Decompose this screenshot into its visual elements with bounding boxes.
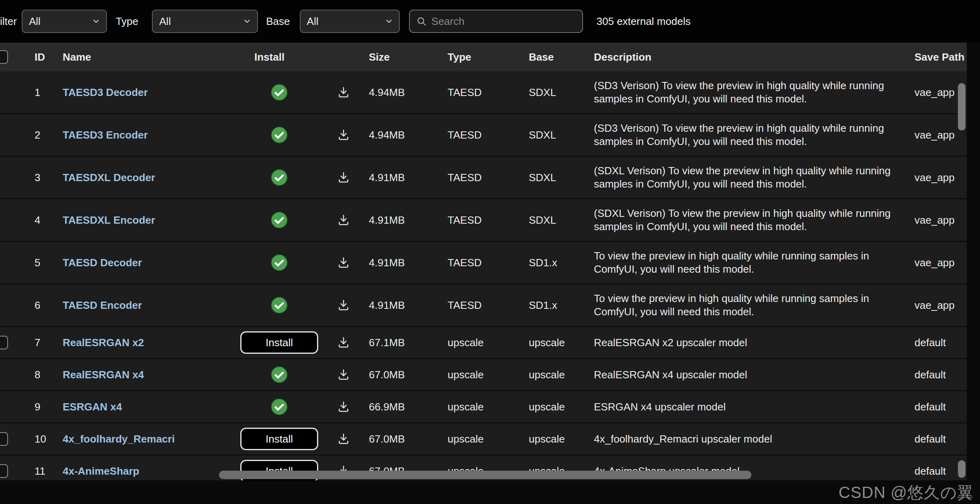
model-name-link[interactable]: TAESDXL Decoder xyxy=(63,171,155,184)
select-all-checkbox[interactable] xyxy=(0,50,8,64)
filter-bar: ilter All Type All Base All xyxy=(0,0,980,43)
row-id: 7 xyxy=(23,337,56,349)
model-save-path: default xyxy=(912,369,967,381)
model-name-link[interactable]: TAESDXL Encoder xyxy=(63,214,155,226)
model-description: (SD3 Verison) To view the preview in hig… xyxy=(587,114,912,156)
base-dropdown[interactable]: All xyxy=(300,10,400,33)
model-base: upscale xyxy=(522,401,587,413)
model-size: 4.94MB xyxy=(358,129,442,141)
search-box[interactable] xyxy=(409,10,583,33)
filter-dropdown-value: All xyxy=(29,15,41,28)
table-row: 1 TAESD3 Decoder 4.94MB TAESD SDXL (SD3 … xyxy=(0,71,967,114)
watermark-text: CSDN @悠久の翼 xyxy=(839,482,974,504)
install-button[interactable]: Install xyxy=(240,428,318,450)
download-icon[interactable] xyxy=(337,400,350,414)
model-type: TAESD xyxy=(442,171,522,184)
installed-check-icon xyxy=(270,211,288,229)
model-description: 4x_foolhardy_Remacri upscaler model xyxy=(587,425,912,453)
header-id: ID xyxy=(23,51,56,63)
download-icon[interactable] xyxy=(337,171,350,184)
model-base: SDXL xyxy=(522,129,587,141)
table-row: 2 TAESD3 Encoder 4.94MB TAESD SDXL (SD3 … xyxy=(0,114,967,157)
download-icon[interactable] xyxy=(337,86,350,99)
model-size: 4.91MB xyxy=(358,257,442,269)
row-id: 11 xyxy=(23,465,56,477)
chevron-down-icon xyxy=(385,17,393,26)
row-checkbox[interactable] xyxy=(0,464,8,478)
model-name-link[interactable]: TAESD Encoder xyxy=(63,299,142,311)
model-name-link[interactable]: TAESD3 Decoder xyxy=(63,86,148,98)
installed-check-icon xyxy=(270,169,288,186)
model-size: 66.9MB xyxy=(358,401,442,413)
model-description: To view the preview in high quality whil… xyxy=(587,284,912,326)
model-name-link[interactable]: RealESRGAN x4 xyxy=(63,369,144,381)
installed-check-icon xyxy=(270,126,288,144)
header-install: Install xyxy=(229,51,329,63)
model-save-path: vae_app xyxy=(912,171,967,184)
row-checkbox[interactable] xyxy=(0,336,8,349)
model-size: 4.91MB xyxy=(358,299,442,312)
install-button[interactable]: Install xyxy=(240,331,318,354)
search-input[interactable] xyxy=(432,15,576,28)
model-type: TAESD xyxy=(442,257,522,269)
model-size: 67.1MB xyxy=(358,337,442,349)
model-type: TAESD xyxy=(442,129,522,141)
installed-check-icon xyxy=(270,398,288,416)
download-icon[interactable] xyxy=(337,368,350,382)
model-description: RealESRGAN x4 upscaler model xyxy=(587,361,912,389)
download-icon[interactable] xyxy=(337,213,350,227)
download-icon[interactable] xyxy=(337,298,350,312)
download-icon[interactable] xyxy=(337,336,350,349)
download-icon[interactable] xyxy=(337,128,350,142)
table-body: 1 TAESD3 Decoder 4.94MB TAESD SDXL (SD3 … xyxy=(0,71,967,480)
row-checkbox[interactable] xyxy=(0,432,8,446)
model-save-path: default xyxy=(912,433,967,445)
model-base: upscale xyxy=(522,433,587,445)
header-size: Size xyxy=(358,51,442,63)
header-description: Description xyxy=(587,51,912,64)
model-name-link[interactable]: ESRGAN x4 xyxy=(63,401,122,413)
model-save-path: default xyxy=(912,337,967,349)
model-type: upscale xyxy=(442,369,522,381)
model-base: upscale xyxy=(522,337,587,349)
model-save-path: vae_app xyxy=(912,129,967,141)
row-id: 3 xyxy=(23,171,56,184)
model-name-link[interactable]: 4x_foolhardy_Remacri xyxy=(63,433,175,445)
model-size: 4.91MB xyxy=(358,171,442,184)
table-row: 10 4x_foolhardy_Remacri Install 67.0MB u… xyxy=(0,423,967,455)
filter-dropdown[interactable]: All xyxy=(22,10,107,33)
model-size: 67.0MB xyxy=(358,433,442,445)
model-name-link[interactable]: RealESRGAN x2 xyxy=(63,337,144,349)
row-id: 2 xyxy=(23,129,56,141)
model-base: SD1.x xyxy=(522,257,587,269)
header-type: Type xyxy=(442,51,522,63)
chevron-down-icon xyxy=(243,17,252,26)
base-dropdown-value: All xyxy=(307,15,319,28)
model-type: upscale xyxy=(442,337,522,349)
chevron-down-icon xyxy=(92,17,100,26)
model-name-link[interactable]: TAESD3 Encoder xyxy=(63,129,148,141)
model-description: (SDXL Verison) To view the preview in hi… xyxy=(587,199,912,241)
model-type: TAESD xyxy=(442,86,522,99)
horizontal-scrollbar-thumb[interactable] xyxy=(219,471,751,479)
model-name-link[interactable]: 4x-AnimeSharp xyxy=(63,465,139,477)
table-row: 5 TAESD Decoder 4.91MB TAESD SD1.x To vi… xyxy=(0,242,967,284)
vertical-scrollbar-thumb[interactable] xyxy=(958,83,966,131)
type-dropdown[interactable]: All xyxy=(152,10,258,33)
vertical-scrollbar-thumb-bottom[interactable] xyxy=(958,460,966,478)
row-id: 9 xyxy=(23,401,56,413)
model-name-link[interactable]: TAESD Decoder xyxy=(63,257,142,269)
type-dropdown-value: All xyxy=(159,15,171,28)
model-base: SDXL xyxy=(522,171,587,184)
model-type: upscale xyxy=(442,433,522,445)
model-type: TAESD xyxy=(442,299,522,312)
model-description: RealESRGAN x2 upscaler model xyxy=(587,329,912,357)
model-size: 67.0MB xyxy=(358,369,442,381)
models-table: ID Name Install Size Type Base Descripti… xyxy=(0,43,967,480)
model-save-path: vae_app xyxy=(912,214,967,226)
download-icon[interactable] xyxy=(337,256,350,269)
download-icon[interactable] xyxy=(337,432,350,446)
table-row: 9 ESRGAN x4 66.9MB upscale upscale ESRGA… xyxy=(0,391,967,423)
model-size: 4.91MB xyxy=(358,214,442,226)
header-base: Base xyxy=(522,51,587,63)
